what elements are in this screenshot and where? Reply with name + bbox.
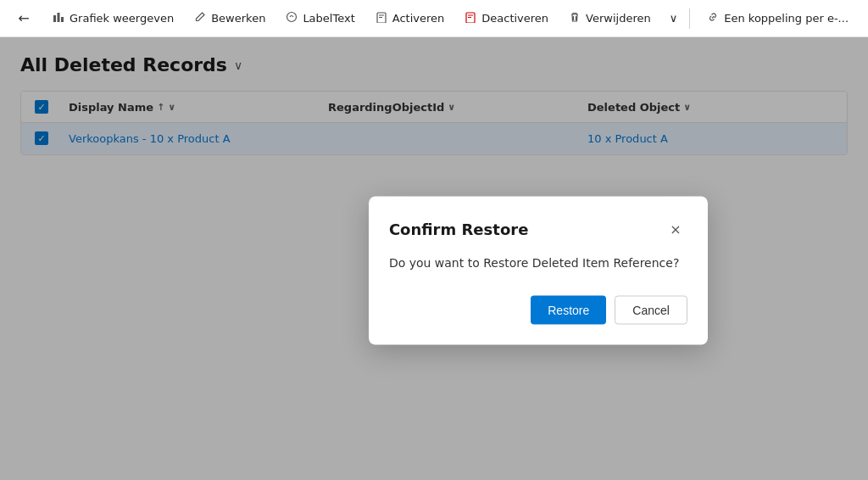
grafiek-icon: [53, 11, 64, 25]
svg-rect-1: [58, 13, 60, 22]
back-button[interactable]: ←: [10, 5, 37, 32]
toolbar-separator: [689, 8, 690, 29]
dialog-footer: Restore Cancel: [389, 296, 687, 325]
dialog-body-text: Do you want to Restore Deleted Item Refe…: [389, 256, 679, 270]
labeltext-icon: [286, 11, 298, 25]
toolbar: ← Grafiek weergeven Bewerken LabelText A…: [0, 0, 868, 37]
cancel-button[interactable]: Cancel: [615, 296, 687, 325]
toolbar-item-grafiek[interactable]: Grafiek weergeven: [44, 6, 182, 31]
dialog-header: Confirm Restore ×: [389, 217, 687, 241]
toolbar-item-grafiek-label: Grafiek weergeven: [70, 12, 174, 25]
toolbar-item-deactiveren-label: Deactiveren: [481, 12, 548, 25]
toolbar-item-bewerken[interactable]: Bewerken: [186, 6, 274, 31]
toolbar-item-bewerken-label: Bewerken: [211, 12, 265, 25]
activeren-icon: [376, 11, 387, 25]
toolbar-more-button[interactable]: ∨: [663, 7, 685, 30]
bewerken-icon: [194, 11, 206, 25]
svg-rect-0: [53, 15, 56, 22]
toolbar-end-label: Een koppeling per e-...: [724, 12, 849, 25]
svg-rect-2: [61, 17, 64, 22]
dialog-title: Confirm Restore: [389, 220, 528, 237]
toolbar-item-activeren[interactable]: Activeren: [367, 6, 453, 31]
more-chevron-icon: ∨: [670, 12, 678, 25]
toolbar-item-verwijderen[interactable]: Verwijderen: [560, 6, 659, 31]
main-content: All Deleted Records ∨ ✓ Display Name ↑ ∨…: [0, 37, 868, 480]
toolbar-item-verwijderen-label: Verwijderen: [586, 12, 651, 25]
deactiveren-icon: [465, 11, 476, 25]
confirm-restore-dialog: Confirm Restore × Do you want to Restore…: [369, 197, 708, 345]
back-icon: ←: [18, 10, 29, 26]
toolbar-item-deactiveren[interactable]: Deactiveren: [456, 6, 557, 31]
restore-button[interactable]: Restore: [531, 296, 606, 325]
svg-point-3: [287, 13, 297, 22]
toolbar-item-labeltext[interactable]: LabelText: [277, 6, 363, 31]
toolbar-end-item[interactable]: Een koppeling per e-...: [698, 6, 857, 31]
toolbar-item-activeren-label: Activeren: [392, 12, 445, 25]
verwijderen-icon: [569, 11, 581, 25]
toolbar-item-labeltext-label: LabelText: [303, 12, 354, 25]
link-icon: [707, 11, 719, 25]
dialog-close-button[interactable]: ×: [664, 217, 687, 241]
close-icon: ×: [670, 220, 681, 237]
dialog-body: Do you want to Restore Deleted Item Refe…: [389, 254, 687, 272]
